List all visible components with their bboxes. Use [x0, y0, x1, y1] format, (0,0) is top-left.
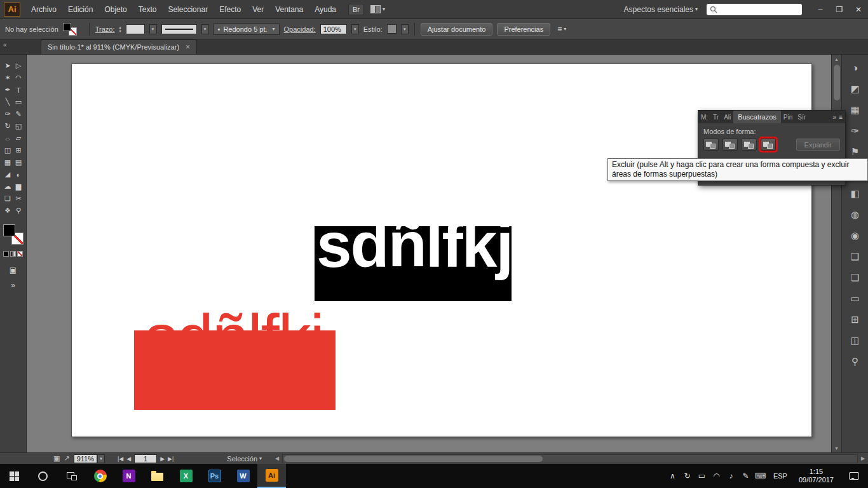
- collapse-dock-icon[interactable]: «: [3, 41, 6, 48]
- workspace-switcher[interactable]: Aspectos esenciales ▾: [624, 5, 698, 14]
- close-tab-icon[interactable]: ×: [186, 43, 190, 51]
- tab-truncated-2[interactable]: Tr: [710, 111, 721, 123]
- opacity-dropdown[interactable]: ▾: [351, 24, 359, 34]
- scale-tool[interactable]: ◱: [13, 120, 24, 132]
- slice-tool[interactable]: ✂: [13, 193, 24, 205]
- menu-ver[interactable]: Ver: [247, 0, 269, 19]
- stepper-down-icon[interactable]: ▾: [119, 29, 121, 33]
- zoom-value[interactable]: 911%: [74, 454, 97, 463]
- rectangle-tool[interactable]: ▭: [13, 96, 24, 108]
- artboard-tool[interactable]: ❏: [3, 193, 13, 205]
- wifi-icon[interactable]: ◠: [709, 471, 724, 480]
- vertical-scroll-thumb[interactable]: [834, 65, 840, 100]
- perspective-grid-tool[interactable]: ⊞: [13, 144, 24, 156]
- style-swatch[interactable]: [387, 24, 397, 34]
- menu-objeto[interactable]: Objeto: [98, 0, 132, 19]
- document-setup-options-button[interactable]: ≡ ▾: [557, 25, 566, 34]
- color-button[interactable]: [3, 251, 9, 257]
- scroll-up-icon[interactable]: ▲: [834, 55, 839, 64]
- exclude-button[interactable]: [761, 139, 776, 151]
- pen-icon[interactable]: ✎: [738, 471, 753, 480]
- horizontal-scroll-track[interactable]: [282, 454, 858, 463]
- preferences-button[interactable]: Preferencias: [497, 23, 550, 36]
- menu-texto[interactable]: Texto: [133, 0, 163, 19]
- width-tool[interactable]: ⇔: [3, 132, 13, 144]
- status-display[interactable]: Selección ▾: [227, 455, 262, 463]
- next-artboard-button[interactable]: ▶: [160, 456, 165, 462]
- lasso-tool[interactable]: ◠: [13, 72, 24, 84]
- white-text-on-black-shape[interactable]: sdñlfkj: [316, 213, 512, 276]
- gradient-tool[interactable]: ▤: [13, 156, 24, 168]
- brush-preset-dropdown[interactable]: • Redondo 5 pt. ▾: [214, 24, 280, 35]
- color-panel-icon[interactable]: ◑: [844, 57, 866, 78]
- arrange-documents-button[interactable]: ▾: [370, 5, 385, 13]
- menu-seleccionar[interactable]: Seleccionar: [162, 0, 214, 19]
- artboard-number-input[interactable]: 1: [134, 454, 157, 463]
- fill-stroke-indicator[interactable]: [3, 224, 24, 245]
- volume-icon[interactable]: ♪: [724, 471, 738, 480]
- stroke-label[interactable]: Trazo:: [95, 25, 115, 33]
- excel-app-button[interactable]: X: [172, 464, 200, 488]
- cortana-search-button[interactable]: [29, 464, 57, 488]
- opacity-input[interactable]: 100%: [320, 24, 347, 34]
- clock[interactable]: 1:15 09/07/2017: [793, 468, 839, 484]
- horizontal-scrollbar[interactable]: ◀ ▶: [272, 453, 868, 464]
- previous-artboard-button[interactable]: ◀: [126, 456, 131, 462]
- symbol-sprayer-tool[interactable]: ☁: [3, 180, 13, 193]
- tab-truncated-1[interactable]: M:: [698, 111, 710, 123]
- sync-icon[interactable]: ↻: [680, 471, 695, 480]
- width-profile-caret[interactable]: ▾: [201, 24, 209, 34]
- width-profile-dropdown[interactable]: [161, 24, 197, 34]
- pen-tool[interactable]: ✒: [3, 84, 13, 96]
- opacity-label[interactable]: Opacidad:: [284, 25, 316, 33]
- scroll-right-icon[interactable]: ▶: [858, 456, 868, 461]
- artboards-panel-icon[interactable]: ▭: [844, 288, 866, 309]
- battery-icon[interactable]: ▭: [695, 471, 709, 480]
- touch-keyboard-icon[interactable]: ⌨: [753, 471, 768, 480]
- file-explorer-button[interactable]: [143, 464, 172, 488]
- scroll-left-icon[interactable]: ◀: [272, 456, 282, 461]
- appearance-panel-icon[interactable]: ◉: [844, 225, 866, 246]
- zoom-tool[interactable]: ⚲: [13, 205, 24, 217]
- restore-button[interactable]: ❐: [830, 0, 849, 19]
- navigator-panel-icon[interactable]: ⚲: [844, 351, 866, 372]
- column-graph-tool[interactable]: ▆: [13, 180, 24, 193]
- horizontal-scroll-thumb[interactable]: [284, 456, 543, 462]
- expand-button[interactable]: Expandir: [796, 139, 840, 151]
- stroke-weight-input[interactable]: [126, 24, 145, 34]
- zoom-level-select[interactable]: 911% ▾: [74, 454, 105, 463]
- gradient-button[interactable]: [10, 251, 16, 257]
- red-text-shape[interactable]: sdñlfkj: [145, 304, 323, 370]
- zoom-dropdown-icon[interactable]: ▾: [97, 454, 105, 463]
- chrome-app-button[interactable]: [86, 464, 114, 488]
- screen-mode-icon[interactable]: »: [11, 281, 15, 290]
- search-input[interactable]: [707, 4, 802, 15]
- blend-tool[interactable]: ◐: [13, 168, 24, 180]
- launch-view-icon[interactable]: ↗: [64, 454, 69, 463]
- drawing-mode-icon[interactable]: ▣: [10, 266, 17, 274]
- tab-truncated-3[interactable]: Ali: [721, 111, 733, 123]
- task-view-button[interactable]: [57, 464, 86, 488]
- collapse-panel-icon[interactable]: »: [833, 114, 837, 121]
- swatches-panel-icon[interactable]: ▦: [844, 99, 866, 120]
- close-button[interactable]: ✕: [849, 0, 868, 19]
- fill-stroke-proxy[interactable]: [63, 22, 83, 36]
- menu-efecto[interactable]: Efecto: [214, 0, 247, 19]
- transparency-panel-icon[interactable]: ◍: [844, 204, 866, 225]
- mesh-tool[interactable]: ▦: [3, 156, 13, 168]
- hidden-icons-chevron[interactable]: ∧: [665, 471, 680, 480]
- stroke-weight-dropdown[interactable]: ▾: [149, 24, 157, 34]
- fill-swatch[interactable]: [63, 23, 71, 31]
- eyedropper-tool[interactable]: ◢: [3, 168, 13, 180]
- language-indicator[interactable]: ESP: [768, 472, 793, 480]
- type-tool[interactable]: T: [13, 84, 24, 96]
- fit-view-icon[interactable]: ▣: [53, 454, 60, 463]
- minimize-button[interactable]: –: [811, 0, 830, 19]
- tab-pin[interactable]: Pin: [781, 111, 795, 123]
- pathfinder-panel-icon[interactable]: ◫: [844, 330, 866, 351]
- style-dropdown[interactable]: ▾: [401, 24, 409, 34]
- gradient-panel-icon[interactable]: ◧: [844, 183, 866, 204]
- minus-front-button[interactable]: [722, 139, 738, 151]
- line-segment-tool[interactable]: ╲: [3, 96, 13, 108]
- start-button[interactable]: [0, 464, 29, 488]
